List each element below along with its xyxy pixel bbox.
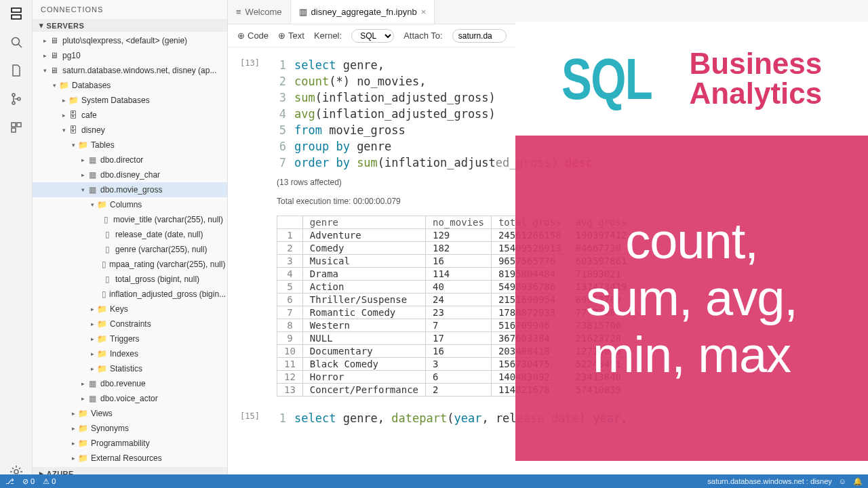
section-servers[interactable]: ▾SERVERS [33,19,227,32]
cell-prompt: [13] [240,57,277,171]
result-grid[interactable]: genreno_moviestotal grossavg gross1Adven… [277,216,856,396]
tree-item[interactable]: ▸📁Statistics [33,361,227,376]
tree-columns[interactable]: ▾📁Columns [33,197,227,212]
tree-item[interactable]: ▸📁Views [33,406,227,421]
feedback-icon[interactable]: ☺ [839,477,846,485]
svg-line-3 [18,44,22,47]
errors-badge[interactable]: ⊘ 0 [22,477,35,486]
source-control-icon[interactable] [8,91,24,107]
connection-info[interactable]: saturn.database.windows.net : disney [707,477,831,485]
svg-point-6 [18,98,20,100]
tree-item[interactable]: ▸📁Indexes [33,346,227,361]
tree-item[interactable]: ▸🗄cafe [33,108,227,123]
notebook-icon: ▥ [299,7,307,17]
svg-rect-0 [12,8,21,12]
main-editor: ≡Welcome ▥disney_aggregate_fn.ipynb× ⊕Co… [228,0,868,480]
warnings-badge[interactable]: ⚠ 0 [43,477,56,486]
svg-rect-1 [12,15,21,19]
svg-rect-8 [17,123,21,127]
tree-item[interactable]: ▸▦dbo.director [33,152,227,167]
server-item[interactable]: ▾🖥saturn.database.windows.net, disney (a… [33,63,227,78]
svg-rect-9 [12,128,16,132]
tree-databases[interactable]: ▾📁Databases [33,78,227,93]
tab-bar: ≡Welcome ▥disney_aggregate_fn.ipynb× [228,0,868,24]
tree-column[interactable]: ▯mpaa_rating (varchar(255), null) [33,257,227,272]
svg-point-10 [14,470,18,474]
svg-point-2 [12,38,19,45]
tree-item[interactable]: ▸▦dbo.disney_char [33,167,227,182]
tree-column[interactable]: ▯movie_title (varchar(255), null) [33,212,227,227]
svg-point-4 [12,94,15,96]
tree-item[interactable]: ▸📁System Databases [33,93,227,108]
activity-bar [0,0,33,480]
code-cell[interactable]: [13] 1select genre,2 count(*) no_movies,… [240,57,856,171]
cell-prompt: [15] [240,410,277,426]
add-text-button[interactable]: ⊕Text [278,30,304,41]
tree-item[interactable]: ▸▦dbo.revenue [33,376,227,391]
attach-input[interactable] [452,29,507,43]
server-item[interactable]: ▸🖥pluto\sqlexpress, <default> (genie) [33,33,227,48]
svg-point-5 [12,102,15,104]
exec-time: Total execution time: 00:00:00.079 [240,190,856,209]
tree-item[interactable]: ▸📁External Resources [33,451,227,466]
close-icon[interactable]: × [421,7,427,17]
tree-item[interactable]: ▸📁Keys [33,302,227,317]
tree-column[interactable]: ▯inflation_adjusted_gross (bigin... [33,287,227,302]
search-icon[interactable] [8,34,24,50]
attach-label: Attach To: [403,30,443,41]
tree-column[interactable]: ▯release_date (date, null) [33,227,227,242]
tree-tables[interactable]: ▾📁Tables [33,138,227,152]
notebook-body: [13] 1select genre,2 count(*) no_movies,… [228,47,868,480]
code-cell-next[interactable]: [15] 1select genre, datepart(year, relea… [240,410,856,426]
sidebar-title: CONNECTIONS [33,0,227,19]
branch-icon[interactable]: ⎇ [5,477,14,486]
tree-item[interactable]: ▸📁Triggers [33,331,227,346]
kernel-select[interactable]: SQL [351,29,394,43]
rows-affected: (13 rows affected) [240,171,856,190]
sidebar: CONNECTIONS ▾SERVERS ▸🖥pluto\sqlexpress,… [33,0,228,480]
tree-db-disney[interactable]: ▾🗄disney [33,123,227,138]
tree-column[interactable]: ▯total_gross (bigint, null) [33,272,227,287]
tree-item[interactable]: ▸📁Synonyms [33,421,227,436]
tree-item[interactable]: ▸📁Programmability [33,436,227,451]
tab-welcome[interactable]: ≡Welcome [228,0,291,24]
bell-icon[interactable]: 🔔 [853,477,863,486]
tree-item[interactable]: ▸📁Constraints [33,317,227,331]
add-code-button[interactable]: ⊕Code [237,30,269,41]
svg-rect-7 [12,123,16,127]
extensions-icon[interactable] [8,119,24,136]
tree-item[interactable]: ▸▦dbo.voice_actor [33,391,227,406]
statusbar: ⎇ ⊘ 0 ⚠ 0 saturn.database.windows.net : … [0,474,868,488]
servers-icon[interactable] [8,5,24,22]
tree-column[interactable]: ▯genre (varchar(255), null) [33,242,227,257]
notebook-toolbar: ⊕Code ⊕Text Kernel: SQL Attach To: [228,24,868,47]
tree-movie-gross[interactable]: ▾▦dbo.movie_gross [33,182,227,197]
server-item[interactable]: ▸🖥pg10 [33,48,227,63]
tab-notebook[interactable]: ▥disney_aggregate_fn.ipynb× [291,0,435,24]
connection-tree: ▸🖥pluto\sqlexpress, <default> (genie) ▸🖥… [33,32,227,467]
file-icon[interactable] [8,62,24,79]
kernel-label: Kernel: [314,30,342,41]
